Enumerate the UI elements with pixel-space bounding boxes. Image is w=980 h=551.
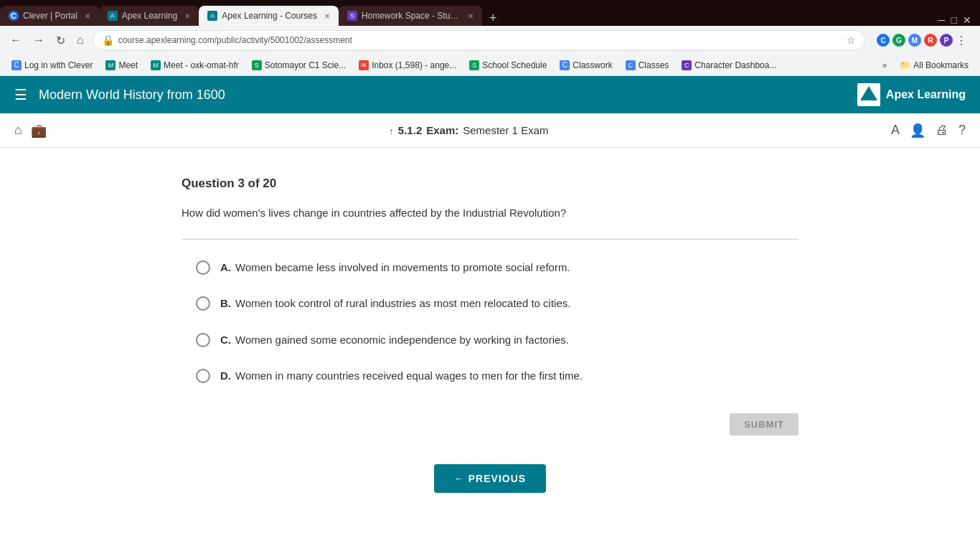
bookmark-classes[interactable]: C Classes xyxy=(620,58,675,72)
breadcrumb-area: ↑ 5.1.2 Exam: Semester 1 Exam xyxy=(47,124,891,136)
breadcrumb-section: ↑ xyxy=(389,124,394,136)
choice-d-label[interactable]: D.Women in many countries received equal… xyxy=(220,368,583,385)
bookmarks-more-button[interactable]: » xyxy=(877,58,893,72)
maximize-button[interactable]: □ xyxy=(951,14,957,26)
security-icon: 🔒 xyxy=(102,34,114,46)
tab-homework[interactable]: S Homework Space - StudyX ✕ xyxy=(339,6,482,26)
forward-button[interactable]: → xyxy=(30,31,47,50)
close-window-button[interactable]: ✕ xyxy=(963,14,971,26)
bookmark-meet[interactable]: M Meet xyxy=(100,58,143,72)
hamburger-menu-icon[interactable]: ☰ xyxy=(14,86,27,103)
choice-d-letter: D. xyxy=(220,369,231,382)
choice-b-letter: B. xyxy=(220,297,231,309)
choice-b-text: Women took control of rural industries a… xyxy=(235,297,570,309)
bookmark-character-label: Character Dashboa... xyxy=(694,60,776,70)
classwork-favicon: C xyxy=(560,60,570,70)
bookmarks-bar: C Log in with Clever M Meet M Meet - oxk… xyxy=(0,55,980,76)
all-bookmarks-button[interactable]: 📁 All Bookmarks xyxy=(894,58,974,72)
choice-b-label[interactable]: B.Women took control of rural industries… xyxy=(220,296,570,312)
sub-header: ⌂ 💼 ↑ 5.1.2 Exam: Semester 1 Exam A 👤 🖨 … xyxy=(0,113,980,148)
bookmark-meet-oxk-label: Meet - oxk-omat-hfr xyxy=(164,60,239,70)
inbox-favicon: ✉ xyxy=(359,60,369,70)
meet-oxk-favicon: M xyxy=(151,60,161,70)
radio-b[interactable] xyxy=(196,296,210,311)
tab-apex1[interactable]: A Apex Learning ✕ xyxy=(99,6,199,26)
translate-icon[interactable]: A xyxy=(891,123,900,138)
apex1-favicon: A xyxy=(108,11,118,21)
ext-g-icon[interactable]: G xyxy=(892,34,905,47)
choice-a: A.Women became less involved in movement… xyxy=(196,260,798,276)
breadcrumb-title: Semester 1 Exam xyxy=(463,124,548,136)
clever-bk-favicon: C xyxy=(11,60,22,70)
ext-c-icon[interactable]: C xyxy=(877,34,890,47)
sub-header-nav-icons: ⌂ 💼 xyxy=(14,123,47,138)
breadcrumb-number: 5.1.2 xyxy=(398,124,422,136)
radio-d[interactable] xyxy=(196,369,210,383)
tab-apex1-title: Apex Learning xyxy=(122,11,177,21)
new-tab-button[interactable]: + xyxy=(482,11,504,26)
submit-button[interactable]: SUBMIT xyxy=(730,413,798,435)
bookmark-classwork[interactable]: C Classwork xyxy=(554,58,618,72)
address-bar[interactable]: 🔒 course.apexlearning.com/public/activit… xyxy=(93,30,865,50)
clever-favicon: C xyxy=(9,11,19,21)
meet-bk-favicon: M xyxy=(105,60,116,70)
ext-purple-icon[interactable]: P xyxy=(940,34,953,47)
tab-apex-courses-title: Apex Learning - Courses xyxy=(222,11,317,21)
bookmark-sotomayor-label: Sotomayor C1 Scie... xyxy=(265,60,346,70)
help-icon[interactable]: ? xyxy=(958,123,966,138)
print-icon[interactable]: 🖨 xyxy=(936,123,948,138)
bookmark-inbox[interactable]: ✉ Inbox (1,598) - ange... xyxy=(353,58,462,72)
home-button[interactable]: ⌂ xyxy=(74,31,87,50)
briefcase-icon[interactable]: 💼 xyxy=(31,123,47,138)
bookmark-inbox-label: Inbox (1,598) - ange... xyxy=(372,60,456,70)
tab-apex-courses-close[interactable]: ✕ xyxy=(324,12,330,20)
apex-logo: Apex Learning xyxy=(857,83,966,106)
choice-a-letter: A. xyxy=(220,261,231,273)
app-header: ☰ Modern World History from 1600 Apex Le… xyxy=(0,76,980,113)
extensions-more-icon[interactable]: ⋮ xyxy=(956,34,967,47)
choice-c-label[interactable]: C.Women gained some economic independenc… xyxy=(220,332,569,349)
address-text: course.apexlearning.com/public/activity/… xyxy=(118,35,352,45)
bookmark-character[interactable]: C Character Dashboa... xyxy=(676,58,782,72)
ext-maps-icon[interactable]: M xyxy=(908,34,921,47)
ext-red-icon[interactable]: R xyxy=(924,34,937,47)
address-bar-row: ← → ↻ ⌂ 🔒 course.apexlearning.com/public… xyxy=(0,26,980,55)
homework-favicon: S xyxy=(347,11,357,21)
bookmark-school-schedule-label: School Schedule xyxy=(482,60,547,70)
bookmark-star-icon[interactable]: ☆ xyxy=(847,34,856,46)
browser-chrome: C Clever | Portal ✕ A Apex Learning ✕ A … xyxy=(0,0,980,76)
reload-button[interactable]: ↻ xyxy=(53,31,68,50)
submit-row: SUBMIT xyxy=(182,413,798,435)
choice-b: B.Women took control of rural industries… xyxy=(196,296,798,312)
accessibility-icon[interactable]: 👤 xyxy=(910,123,925,138)
bookmark-meet-oxk[interactable]: M Meet - oxk-omat-hfr xyxy=(145,58,245,72)
apex-logo-text: Apex Learning xyxy=(886,88,966,101)
tab-apex-courses[interactable]: A Apex Learning - Courses ✕ xyxy=(199,6,339,26)
choice-c-letter: C. xyxy=(220,334,231,346)
choice-a-text: Women became less involved in movements … xyxy=(235,261,570,273)
tab-apex1-close[interactable]: ✕ xyxy=(184,12,190,20)
bookmark-classes-label: Classes xyxy=(639,60,669,70)
radio-a[interactable] xyxy=(196,260,210,275)
all-bookmarks-icon: 📁 xyxy=(900,60,910,70)
bookmark-clever[interactable]: C Log in with Clever xyxy=(6,58,98,72)
tab-homework-close[interactable]: ✕ xyxy=(468,12,473,20)
apex-courses-favicon: A xyxy=(207,11,217,21)
tab-clever-close[interactable]: ✕ xyxy=(85,12,90,20)
choice-a-label[interactable]: A.Women became less involved in movement… xyxy=(220,260,570,276)
back-button[interactable]: ← xyxy=(7,31,24,50)
radio-c[interactable] xyxy=(196,333,210,347)
bookmark-sotomayor[interactable]: S Sotomayor C1 Scie... xyxy=(246,58,352,72)
minimize-button[interactable]: ─ xyxy=(938,14,946,26)
tab-homework-title: Homework Space - StudyX xyxy=(362,11,461,21)
bookmark-school-schedule[interactable]: S School Schedule xyxy=(463,58,552,72)
home-nav-icon[interactable]: ⌂ xyxy=(14,123,22,138)
classes-favicon: C xyxy=(626,60,636,70)
choice-c: C.Women gained some economic independenc… xyxy=(196,332,798,349)
bookmark-clever-label: Log in with Clever xyxy=(24,60,93,70)
question-text: How did women's lives change in countrie… xyxy=(182,205,798,222)
choices-container: A.Women became less involved in movement… xyxy=(196,260,798,385)
previous-button[interactable]: ← PREVIOUS xyxy=(434,464,546,493)
tab-clever[interactable]: C Clever | Portal ✕ xyxy=(0,6,99,26)
choice-c-text: Women gained some economic independence … xyxy=(235,334,569,346)
